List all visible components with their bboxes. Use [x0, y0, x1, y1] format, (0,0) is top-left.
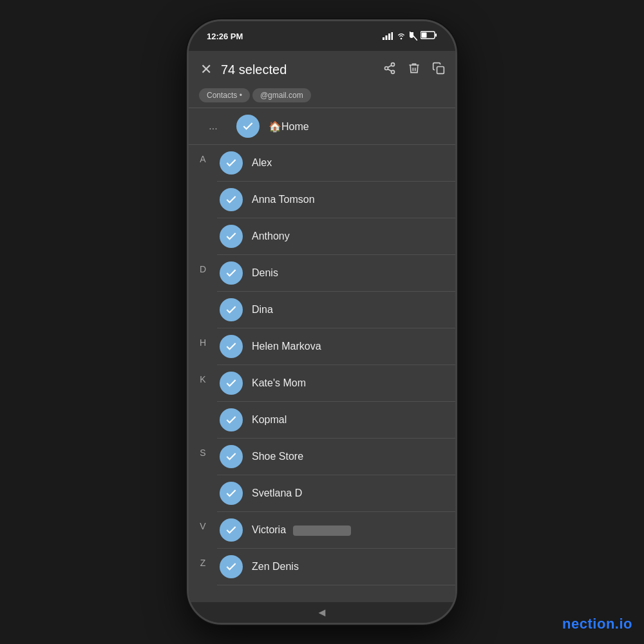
contact-name: Zen Denis: [252, 561, 299, 573]
svg-point-11: [392, 70, 395, 73]
check-circle[interactable]: [220, 518, 243, 542]
blurred-text: [293, 526, 351, 536]
section-letter-v: V: [189, 512, 217, 531]
check-circle[interactable]: [220, 188, 243, 211]
list-item[interactable]: Dina: [217, 292, 455, 328]
status-bar: 12:26 PM: [189, 21, 455, 51]
list-item[interactable]: Zen Denis: [217, 549, 455, 585]
svg-rect-8: [422, 33, 427, 38]
section-a: A Alex Anna Tomson: [189, 145, 455, 255]
section-s: S Shoe Store Svetlana D: [189, 439, 455, 512]
section-items-a: Alex Anna Tomson Anthony: [217, 145, 455, 255]
section-d: D Denis Dina: [189, 255, 455, 328]
check-circle[interactable]: [220, 555, 243, 578]
svg-line-13: [388, 65, 392, 67]
section-letter-d: D: [189, 255, 217, 274]
check-circle[interactable]: [220, 445, 243, 468]
tab-bar: Contacts • @gmail.com: [189, 88, 455, 108]
status-time: 12:26 PM: [207, 32, 243, 41]
svg-rect-0: [383, 37, 384, 40]
list-item[interactable]: Helen Markova: [217, 328, 455, 365]
misc-section: ... 🏠Home: [189, 108, 455, 145]
check-circle[interactable]: [220, 261, 243, 285]
section-items-d: Denis Dina: [217, 255, 455, 328]
contact-name: Alex: [252, 157, 272, 169]
list-item[interactable]: Anna Tomson: [217, 182, 455, 218]
phone-bottom-bar: ◄: [189, 602, 455, 623]
app-content: ✕ 74 selected: [189, 51, 455, 602]
section-letter-z: Z: [189, 549, 217, 568]
contact-name: Anna Tomson: [252, 194, 315, 205]
list-item[interactable]: Svetlana D: [217, 475, 455, 512]
check-circle-misc[interactable]: [236, 115, 260, 138]
section-items-k: Kate's Mom Kopmal: [217, 365, 455, 439]
check-circle[interactable]: [220, 298, 243, 321]
section-items-z: Zen Denis: [217, 549, 455, 585]
list-item[interactable]: Shoe Store: [217, 439, 455, 475]
list-item[interactable]: Denis: [217, 255, 455, 292]
section-items-v: Victoria: [217, 512, 455, 549]
section-letter-s: S: [189, 439, 217, 458]
check-circle[interactable]: [220, 372, 243, 395]
section-z: Z Zen Denis: [189, 549, 455, 585]
list-item[interactable]: Kate's Mom: [217, 365, 455, 402]
tab-gmail[interactable]: @gmail.com: [252, 88, 311, 102]
nav-back-icon[interactable]: ◄: [316, 606, 328, 620]
check-circle[interactable]: [220, 482, 243, 505]
contact-name: Shoe Store: [252, 451, 303, 462]
contact-name-home: 🏠Home: [269, 120, 309, 133]
header-actions: [383, 62, 445, 78]
tab-contacts[interactable]: Contacts •: [199, 88, 250, 102]
contact-list[interactable]: ... 🏠Home A Alex: [189, 108, 455, 602]
section-letter-h: H: [189, 328, 217, 348]
contact-name: Anthony: [252, 231, 290, 242]
check-circle[interactable]: [220, 151, 243, 175]
list-item[interactable]: Kopmal: [217, 402, 455, 439]
list-item[interactable]: Anthony: [217, 218, 455, 255]
signal-icon: [383, 32, 393, 40]
contact-name: Helen Markova: [252, 341, 321, 352]
contact-name: Kopmal: [252, 414, 287, 426]
section-items-s: Shoe Store Svetlana D: [217, 439, 455, 512]
contact-name: Kate's Mom: [252, 377, 306, 389]
header-title: 74 selected: [221, 62, 375, 77]
share-icon[interactable]: [383, 62, 396, 78]
close-button[interactable]: ✕: [199, 60, 213, 79]
svg-rect-1: [386, 35, 388, 40]
dots-label: ...: [199, 120, 227, 132]
section-v: V Victoria: [189, 512, 455, 549]
svg-rect-14: [437, 66, 444, 73]
check-circle[interactable]: [220, 408, 243, 431]
contact-name: Victoria: [252, 524, 351, 536]
wifi-icon: [396, 32, 406, 40]
watermark: nection.io: [562, 616, 632, 632]
svg-rect-2: [388, 33, 390, 40]
list-item[interactable]: Alex: [217, 145, 455, 182]
status-icons: [383, 31, 437, 41]
svg-rect-3: [392, 32, 393, 40]
contact-name: Dina: [252, 304, 273, 316]
list-item[interactable]: Victoria: [217, 512, 455, 549]
delete-icon[interactable]: [408, 62, 421, 78]
check-circle[interactable]: [220, 225, 243, 248]
copy-icon[interactable]: [432, 62, 445, 78]
app-header: ✕ 74 selected: [189, 51, 455, 88]
svg-rect-7: [435, 33, 437, 37]
check-circle[interactable]: [220, 335, 243, 358]
phone-shell: 12:26 PM: [187, 19, 457, 625]
section-k: K Kate's Mom Kopmal: [189, 365, 455, 439]
section-h: H Helen Markova: [189, 328, 455, 365]
contact-name: Denis: [252, 267, 278, 279]
svg-line-12: [388, 69, 392, 71]
section-letter-a: A: [189, 145, 217, 164]
battery-icon: [421, 31, 437, 41]
svg-point-10: [385, 66, 388, 70]
svg-point-4: [401, 38, 402, 40]
section-letter-k: K: [189, 365, 217, 384]
svg-point-9: [392, 62, 395, 66]
mute-icon: [410, 32, 417, 41]
section-items-h: Helen Markova: [217, 328, 455, 365]
contact-name: Svetlana D: [252, 488, 302, 499]
